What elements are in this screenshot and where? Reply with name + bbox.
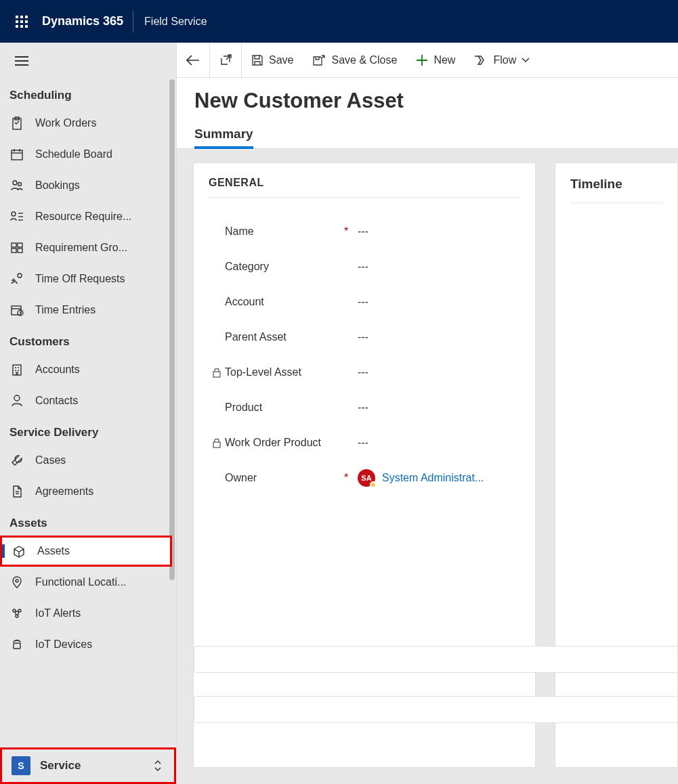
tab-summary[interactable]: Summary: [194, 127, 253, 148]
field-row-owner[interactable]: Owner * SA System Administrat...: [209, 460, 520, 496]
sidebar-item-label: IoT Devices: [35, 638, 92, 651]
svg-rect-38: [14, 643, 20, 649]
required-marker: *: [344, 225, 358, 238]
field-label: Name: [225, 225, 344, 238]
app-name-label[interactable]: Field Service: [133, 16, 217, 28]
sidebar-item-schedule-board[interactable]: Schedule Board: [0, 139, 172, 170]
open-new-window-button[interactable]: [210, 43, 242, 77]
general-section-title: GENERAL: [209, 177, 520, 198]
lock-icon: [212, 367, 221, 378]
tab-strip: Summary: [177, 113, 678, 149]
sidebar-item-label: Accounts: [35, 364, 80, 376]
sidebar-item-label: Schedule Board: [35, 148, 112, 160]
sidebar-item-time-off[interactable]: Time Off Requests: [0, 263, 172, 295]
field-row-product[interactable]: Product ---: [209, 390, 520, 425]
sidebar-item-agreements[interactable]: Agreements: [0, 476, 172, 507]
sidebar-item-requirement-groups[interactable]: Requirement Gro...: [0, 232, 172, 263]
field-row-work-order-product[interactable]: Work Order Product ---: [209, 425, 520, 460]
sidebar-item-label: Assets: [37, 545, 70, 557]
field-row-name[interactable]: Name * ---: [209, 214, 520, 249]
lock-icon: [212, 437, 221, 448]
field-value[interactable]: ---: [358, 225, 520, 238]
command-bar: Save Save & Close New Flow: [177, 43, 678, 78]
brand-label[interactable]: Dynamics 365: [38, 14, 133, 28]
nav-group-header: Scheduling: [0, 79, 172, 108]
field-label: Top-Level Asset: [225, 366, 344, 378]
page-title: New Customer Asset: [194, 89, 660, 113]
field-row-account[interactable]: Account ---: [209, 284, 520, 320]
field-row-parent-asset[interactable]: Parent Asset ---: [209, 320, 520, 355]
field-value[interactable]: ---: [358, 331, 520, 343]
flow-label: Flow: [493, 54, 516, 66]
wrench-icon: [10, 454, 24, 467]
sidebar-item-bookings[interactable]: Bookings: [0, 170, 172, 201]
svg-rect-24: [12, 243, 16, 247]
field-value[interactable]: ---: [358, 296, 520, 308]
field-label: Category: [225, 261, 344, 273]
owner-name-link[interactable]: System Administrat...: [382, 472, 484, 484]
field-row-category[interactable]: Category ---: [209, 249, 520, 284]
back-button[interactable]: [177, 43, 210, 77]
sidebar-item-label: Agreements: [35, 485, 93, 498]
svg-rect-0: [16, 16, 18, 18]
package-icon: [12, 544, 26, 558]
svg-rect-6: [16, 25, 18, 28]
field-label: Account: [225, 296, 344, 308]
field-value[interactable]: ---: [358, 401, 520, 414]
save-close-label: Save & Close: [331, 54, 397, 66]
new-button[interactable]: New: [406, 43, 465, 77]
field-value[interactable]: ---: [358, 437, 520, 449]
popout-icon: [219, 54, 232, 66]
plus-icon: [416, 54, 428, 66]
save-icon: [251, 54, 263, 66]
svg-point-28: [18, 274, 22, 278]
collapsed-section[interactable]: [194, 646, 678, 673]
save-close-button[interactable]: Save & Close: [303, 43, 406, 77]
field-value[interactable]: ---: [358, 261, 520, 273]
sidebar-item-resource-req[interactable]: Resource Require...: [0, 201, 172, 232]
sidebar-item-cases[interactable]: Cases: [0, 445, 172, 476]
area-chip: S: [12, 756, 30, 775]
iot-device-icon: [10, 638, 24, 651]
field-label-owner: Owner: [225, 472, 344, 484]
field-value[interactable]: ---: [358, 366, 520, 378]
owner-initials: SA: [361, 474, 371, 482]
sidebar-item-iot-alerts[interactable]: IoT Alerts: [0, 598, 172, 629]
sidebar-item-assets[interactable]: Assets: [0, 536, 172, 567]
save-label: Save: [269, 54, 293, 66]
app-launcher-button[interactable]: [5, 0, 38, 43]
svg-rect-2: [25, 16, 28, 18]
area-switcher[interactable]: SService: [0, 747, 176, 784]
sidebar-item-contacts[interactable]: Contacts: [0, 385, 172, 416]
nav-group-header: Customers: [0, 326, 172, 354]
collapsed-section[interactable]: [194, 696, 678, 723]
sidebar-item-label: Requirement Gro...: [35, 242, 127, 254]
sidebar-item-time-entries[interactable]: Time Entries: [0, 295, 172, 326]
sidebar-toggle-button[interactable]: [8, 47, 35, 74]
sidebar-item-label: Bookings: [35, 179, 80, 192]
calendar-clock-icon: [10, 303, 24, 317]
sidebar-item-work-orders[interactable]: Work Orders: [0, 108, 172, 139]
svg-rect-40: [213, 442, 220, 448]
svg-rect-5: [25, 20, 28, 23]
sidebar-item-label: Contacts: [35, 395, 78, 407]
sidebar-item-iot-devices[interactable]: IoT Devices: [0, 629, 172, 660]
svg-point-34: [16, 580, 18, 582]
svg-rect-25: [18, 243, 22, 247]
sidebar-item-label: IoT Alerts: [35, 607, 81, 619]
flow-button[interactable]: Flow: [465, 43, 539, 77]
group-block-icon: [10, 241, 24, 255]
save-button[interactable]: Save: [242, 43, 303, 77]
sidebar-item-label: Cases: [35, 454, 66, 466]
building-icon: [10, 363, 24, 376]
required-marker: *: [344, 472, 358, 484]
sidebar-item-label: Time Entries: [35, 304, 96, 316]
sidebar-item-functional-locations[interactable]: Functional Locati...: [0, 567, 172, 598]
svg-rect-39: [213, 372, 220, 377]
svg-point-20: [12, 212, 16, 216]
sidebar: SchedulingWork OrdersSchedule BoardBooki…: [0, 43, 177, 784]
svg-point-19: [18, 183, 22, 186]
sidebar-item-accounts[interactable]: Accounts: [0, 354, 172, 385]
owner-avatar: SA: [358, 469, 375, 487]
field-row-top-level-asset[interactable]: Top-Level Asset ---: [209, 355, 520, 390]
